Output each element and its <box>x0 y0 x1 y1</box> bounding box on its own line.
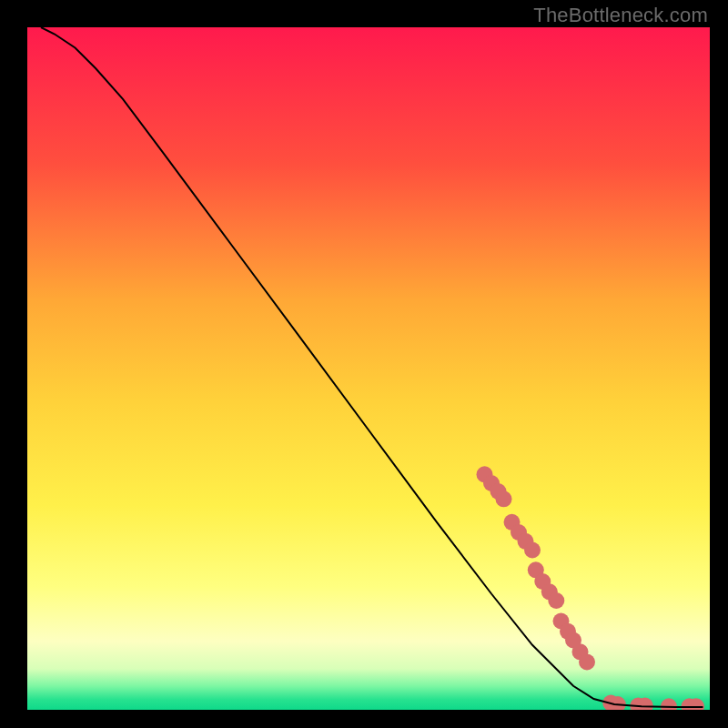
chart-svg <box>27 27 710 710</box>
data-point <box>579 654 595 671</box>
data-point <box>524 542 541 559</box>
chart-area <box>27 27 710 710</box>
data-point <box>496 490 512 507</box>
data-point <box>548 592 564 609</box>
watermark-label: TheBottleneck.com <box>533 4 708 27</box>
gradient-background <box>27 27 710 710</box>
